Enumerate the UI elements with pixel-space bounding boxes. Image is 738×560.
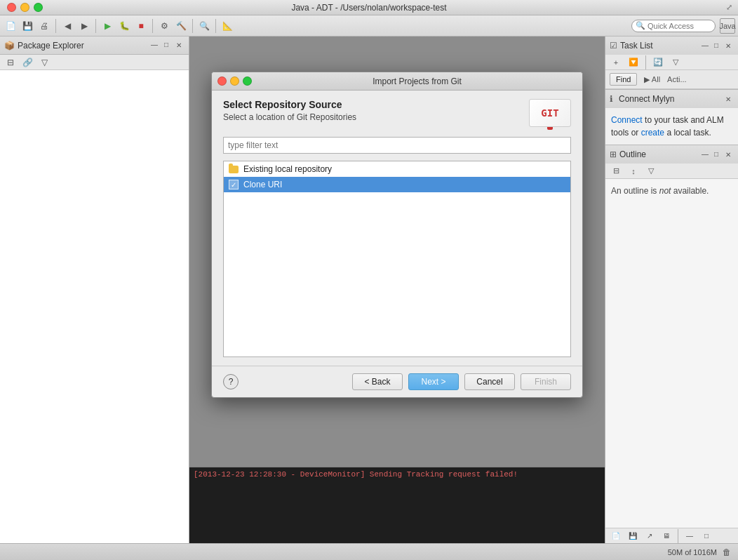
close-button[interactable] [7, 3, 16, 12]
rp-btn-4[interactable]: 🖥 [659, 528, 674, 544]
rp-sep [678, 529, 678, 543]
toolbar-build-btn[interactable]: 🔨 [173, 18, 189, 34]
toolbar-save-btn[interactable]: 💾 [20, 18, 35, 34]
rp-btn-1[interactable]: 📄 [608, 528, 624, 544]
toolbar-run-btn[interactable]: ▶ [100, 18, 115, 34]
task-new-btn[interactable]: + [608, 55, 624, 70]
dialog-maximize-btn[interactable] [243, 76, 252, 86]
toolbar-back-btn[interactable]: ◀ [60, 18, 75, 34]
right-panel-bottom-toolbar: 📄 💾 ↗ 🖥 — □ [605, 528, 738, 543]
package-explorer-maximize[interactable]: □ [161, 40, 171, 50]
package-explorer-content [0, 70, 189, 543]
task-find-row: Find ▶ All Acti... [605, 70, 738, 89]
connect-mylyn-actions: ✕ [723, 93, 734, 105]
view-menu-btn[interactable]: ▽ [36, 55, 52, 70]
rp-btn-3[interactable]: ↗ [642, 528, 657, 544]
link-with-editor-btn[interactable]: 🔗 [20, 55, 35, 70]
center-area: Import Projects from Git Select Reposito… [189, 36, 605, 543]
toolbar-stop-btn[interactable]: ■ [133, 18, 149, 34]
dialog-close-btn[interactable] [217, 76, 227, 86]
console-text: [2013-12-23 12:28:30 - DeviceMonitor] Se… [189, 467, 605, 481]
task-filter-btn[interactable]: 🔽 [626, 55, 641, 70]
task-toolbar: + 🔽 🔄 ▽ [605, 55, 738, 70]
toolbar-search-btn[interactable]: 🔍 [196, 18, 212, 34]
connect-mylyn-header: ℹ Connect Mylyn ✕ [605, 90, 738, 108]
toolbar-sep-3 [152, 19, 153, 33]
filter-acti-label: Acti... [667, 75, 687, 84]
git-logo: GIT [529, 99, 571, 127]
resize-icon[interactable]: ⤢ [726, 3, 732, 12]
minimize-button[interactable] [20, 3, 29, 12]
repo-list[interactable]: Existing local repository Clone URI [223, 161, 571, 357]
rp-btn-2[interactable]: 💾 [625, 528, 640, 544]
outline-sort-btn[interactable]: ↕ [626, 164, 641, 179]
collapse-all-btn[interactable]: ⊟ [3, 55, 18, 70]
toolbar-print-btn[interactable]: 🖨 [36, 18, 52, 34]
dialog-titlebar: Import Projects from Git [212, 72, 582, 91]
connect-link[interactable]: Connect [611, 115, 643, 125]
toolbar-sep-2 [95, 19, 96, 33]
connect-mylyn-content: Connect to your task and ALM tools or cr… [605, 108, 738, 145]
help-button[interactable]: ? [223, 374, 239, 389]
package-explorer-minimize[interactable]: — [149, 40, 159, 50]
task-view-btn[interactable]: ▽ [668, 55, 683, 70]
toolbar-settings-btn[interactable]: ⚙ [156, 18, 172, 34]
outline-icon: ⊞ [610, 149, 617, 159]
rp-max-btn[interactable]: □ [699, 528, 714, 544]
import-dialog: Import Projects from Git Select Reposito… [211, 72, 583, 398]
perspective-icons: Java [720, 18, 735, 34]
outline-toolbar: ⊟ ↕ ▽ [605, 164, 738, 179]
dialog-body: Select Repository Source Select a locati… [212, 91, 582, 366]
package-explorer-actions: — □ ✕ [149, 40, 184, 51]
gc-button[interactable]: 🗑 [721, 547, 732, 558]
outline-content: An outline is not available. [605, 179, 738, 203]
checkbox-icon [228, 179, 239, 190]
cancel-button[interactable]: Cancel [464, 373, 515, 390]
maximize-button[interactable] [34, 3, 43, 12]
task-list-close[interactable]: ✕ [723, 40, 734, 51]
console-area: [2013-12-23 12:28:30 - DeviceMonitor] Se… [189, 466, 605, 543]
package-explorer-toolbar: ⊟ 🔗 ▽ [0, 55, 189, 70]
status-bar: 50M of 1016M 🗑 [0, 543, 738, 560]
outline-maximize[interactable]: □ [711, 149, 721, 159]
task-list-icon: ☑ [610, 41, 617, 51]
perspective-java-btn[interactable]: Java [720, 18, 735, 34]
back-label: < Back [364, 377, 390, 387]
outline-collapse-btn[interactable]: ⊟ [608, 164, 624, 179]
filter-input[interactable] [223, 137, 571, 154]
toolbar-sep-1 [55, 19, 56, 33]
task-list-header: ☑ Task List — □ ✕ [605, 36, 738, 55]
task-list-maximize[interactable]: □ [711, 40, 721, 50]
outline-minimize[interactable]: — [700, 149, 710, 159]
repo-item-existing[interactable]: Existing local repository [224, 161, 570, 177]
package-explorer-close[interactable]: ✕ [173, 40, 184, 51]
outline-close[interactable]: ✕ [723, 149, 734, 160]
repo-item-clone[interactable]: Clone URI [224, 177, 570, 192]
create-link[interactable]: create [641, 128, 664, 138]
toolbar-perspective-btn[interactable]: 📐 [220, 18, 235, 34]
dialog-section-title: Select Repository Source [223, 99, 356, 110]
dialog-minimize-btn[interactable] [230, 76, 239, 86]
outline-not: not [659, 186, 671, 196]
dialog-footer: ? < Back Next > Cancel Fini [212, 366, 582, 397]
package-explorer-title: Package Explorer [18, 41, 147, 51]
package-explorer-panel: 📦 Package Explorer — □ ✕ ⊟ 🔗 ▽ [0, 36, 189, 543]
outline-view-btn[interactable]: ▽ [643, 164, 659, 179]
task-list-minimize[interactable]: — [700, 40, 710, 50]
quick-access-wrapper: 🔍 [631, 20, 716, 32]
connect-mylyn-section: ℹ Connect Mylyn ✕ Connect to your task a… [605, 90, 738, 145]
rp-min-btn[interactable]: — [682, 528, 697, 544]
connect-mylyn-title: Connect Mylyn [619, 94, 720, 104]
dialog-header-text: Select Repository Source Select a locati… [223, 99, 356, 122]
toolbar-forward-btn[interactable]: ▶ [76, 18, 92, 34]
toolbar-debug-btn[interactable]: 🐛 [116, 18, 132, 34]
next-button[interactable]: Next > [408, 373, 459, 390]
cancel-label: Cancel [476, 377, 502, 387]
back-button[interactable]: < Back [352, 373, 403, 390]
next-label: Next > [421, 377, 445, 387]
find-button[interactable]: Find [610, 73, 637, 86]
task-sync-btn[interactable]: 🔄 [650, 55, 666, 70]
connect-mylyn-close[interactable]: ✕ [723, 93, 734, 105]
toolbar-new-btn[interactable]: 📄 [3, 18, 18, 34]
find-label: Find [616, 75, 631, 84]
